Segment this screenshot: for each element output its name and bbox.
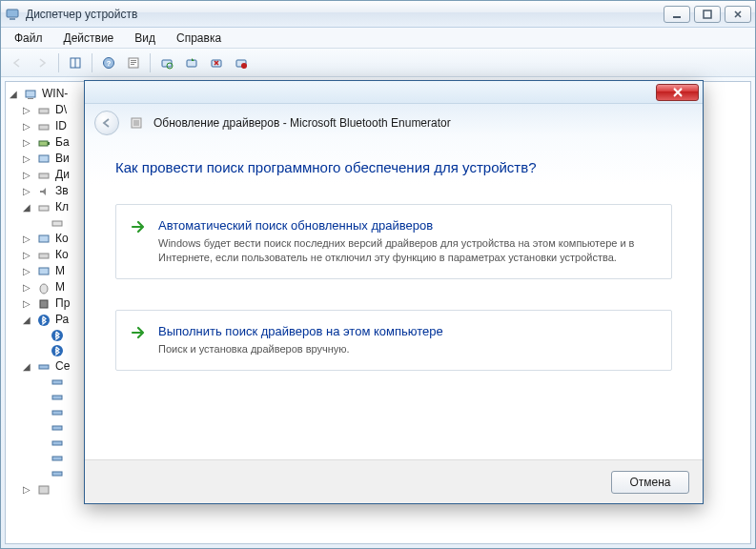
toolbar-help-button[interactable]: ? bbox=[98, 52, 119, 73]
tree-item-label: Ко bbox=[55, 247, 69, 263]
svg-rect-32 bbox=[40, 300, 48, 308]
expand-icon[interactable]: ▷ bbox=[21, 295, 32, 312]
svg-rect-19 bbox=[28, 98, 33, 99]
svg-rect-2 bbox=[673, 16, 681, 18]
svg-rect-36 bbox=[39, 365, 49, 369]
expand-icon[interactable]: ▷ bbox=[21, 247, 32, 263]
window-controls bbox=[664, 6, 751, 23]
titlebar: Диспетчер устройств bbox=[1, 1, 755, 28]
svg-rect-30 bbox=[39, 268, 49, 274]
svg-point-17 bbox=[241, 63, 247, 69]
tree-item-label: Пр bbox=[55, 295, 70, 312]
network-adapter-icon bbox=[50, 466, 65, 481]
menu-help[interactable]: Справка bbox=[167, 30, 231, 47]
auto-search-option[interactable]: Автоматический поиск обновленных драйвер… bbox=[115, 204, 672, 279]
expand-icon[interactable]: ▷ bbox=[21, 118, 32, 134]
arrow-right-icon bbox=[130, 218, 147, 235]
expand-icon[interactable]: ▷ bbox=[21, 134, 32, 151]
tree-item-label: Ра bbox=[55, 312, 69, 328]
expand-icon[interactable]: ▷ bbox=[21, 481, 32, 498]
toolbar-separator bbox=[92, 53, 92, 72]
browse-computer-option[interactable]: Выполнить поиск драйверов на этом компью… bbox=[115, 310, 672, 371]
tree-root-label: WIN- bbox=[42, 86, 68, 102]
tree-item-label: Ви bbox=[55, 151, 70, 167]
dialog-titlebar bbox=[85, 81, 703, 104]
svg-rect-20 bbox=[39, 109, 49, 113]
expand-icon[interactable]: ▷ bbox=[21, 102, 32, 118]
close-button[interactable] bbox=[725, 6, 751, 23]
expand-icon[interactable]: ▷ bbox=[21, 263, 32, 279]
svg-rect-24 bbox=[39, 155, 49, 162]
toolbar-separator bbox=[150, 53, 151, 72]
toolbar-back-button[interactable] bbox=[7, 52, 28, 73]
svg-rect-40 bbox=[52, 426, 62, 430]
svg-rect-28 bbox=[39, 235, 49, 242]
svg-rect-10 bbox=[131, 62, 136, 63]
tree-item-label: M bbox=[55, 279, 65, 295]
svg-rect-43 bbox=[52, 472, 62, 476]
menu-view[interactable]: Вид bbox=[125, 30, 165, 47]
device-icon bbox=[129, 115, 144, 131]
network-adapter-icon bbox=[50, 451, 65, 466]
minimize-button[interactable] bbox=[664, 6, 690, 23]
svg-rect-22 bbox=[39, 141, 48, 146]
svg-point-31 bbox=[40, 284, 48, 294]
network-adapter-icon bbox=[50, 375, 65, 390]
keyboard-icon bbox=[50, 215, 65, 231]
svg-rect-26 bbox=[39, 206, 49, 211]
svg-rect-27 bbox=[52, 221, 62, 226]
toolbar-uninstall-button[interactable] bbox=[206, 52, 227, 73]
expand-icon[interactable]: ▷ bbox=[21, 183, 32, 199]
toolbar-show-hide-button[interactable] bbox=[65, 52, 86, 73]
network-adapter-icon bbox=[50, 420, 65, 436]
svg-rect-9 bbox=[131, 60, 136, 61]
svg-rect-46 bbox=[133, 120, 139, 126]
tree-item-label: Ди bbox=[55, 167, 70, 183]
maximize-button[interactable] bbox=[694, 6, 721, 23]
keyboard-icon bbox=[36, 200, 51, 215]
collapse-icon[interactable]: ◢ bbox=[8, 86, 19, 102]
toolbar-update-driver-button[interactable] bbox=[181, 52, 202, 73]
svg-rect-18 bbox=[26, 91, 35, 97]
svg-text:?: ? bbox=[107, 59, 112, 68]
expand-icon[interactable]: ▷ bbox=[21, 279, 32, 295]
svg-rect-25 bbox=[39, 173, 49, 178]
collapse-icon[interactable]: ◢ bbox=[21, 199, 32, 215]
monitor-icon bbox=[36, 264, 51, 279]
toolbar-properties-button[interactable] bbox=[123, 52, 144, 73]
dialog-close-button[interactable] bbox=[656, 84, 699, 101]
collapse-icon[interactable]: ◢ bbox=[21, 358, 32, 375]
computer-icon bbox=[23, 87, 38, 102]
dialog-body: Обновление драйверов - Microsoft Bluetoo… bbox=[85, 104, 703, 503]
audio-icon bbox=[36, 184, 51, 199]
expand-icon[interactable]: ▷ bbox=[21, 151, 32, 167]
toolbar-forward-button[interactable] bbox=[31, 52, 52, 73]
auto-search-title: Автоматический поиск обновленных драйвер… bbox=[158, 218, 656, 233]
collapse-icon[interactable]: ◢ bbox=[21, 312, 32, 328]
expand-icon[interactable]: ▷ bbox=[21, 167, 32, 183]
bluetooth-icon bbox=[36, 313, 51, 328]
toolbar-disable-button[interactable] bbox=[231, 52, 252, 73]
tree-item-label: ID bbox=[55, 118, 67, 134]
dialog-breadcrumb-text: Обновление драйверов - Microsoft Bluetoo… bbox=[153, 116, 451, 130]
tree-item-label: Ко bbox=[55, 231, 69, 247]
drive-icon bbox=[36, 103, 51, 118]
toolbar: ? bbox=[1, 49, 755, 77]
back-button[interactable] bbox=[94, 111, 119, 135]
svg-rect-42 bbox=[52, 457, 62, 460]
processor-icon bbox=[36, 296, 51, 312]
cancel-button[interactable]: Отмена bbox=[611, 471, 689, 494]
svg-rect-0 bbox=[7, 10, 18, 17]
tree-item-label: D\ bbox=[55, 102, 67, 118]
menu-action[interactable]: Действие bbox=[54, 30, 124, 47]
svg-rect-41 bbox=[52, 441, 62, 445]
expand-icon[interactable]: ▷ bbox=[21, 231, 32, 247]
disk-icon bbox=[36, 168, 51, 183]
window-title: Диспетчер устройств bbox=[26, 8, 137, 21]
dialog-heading: Как провести поиск программного обеспече… bbox=[115, 159, 672, 175]
tree-item-label: Се bbox=[55, 358, 70, 375]
menu-file[interactable]: Файл bbox=[5, 30, 52, 47]
svg-rect-3 bbox=[704, 10, 711, 18]
toolbar-scan-hardware-button[interactable] bbox=[156, 52, 177, 73]
svg-rect-39 bbox=[52, 411, 62, 415]
